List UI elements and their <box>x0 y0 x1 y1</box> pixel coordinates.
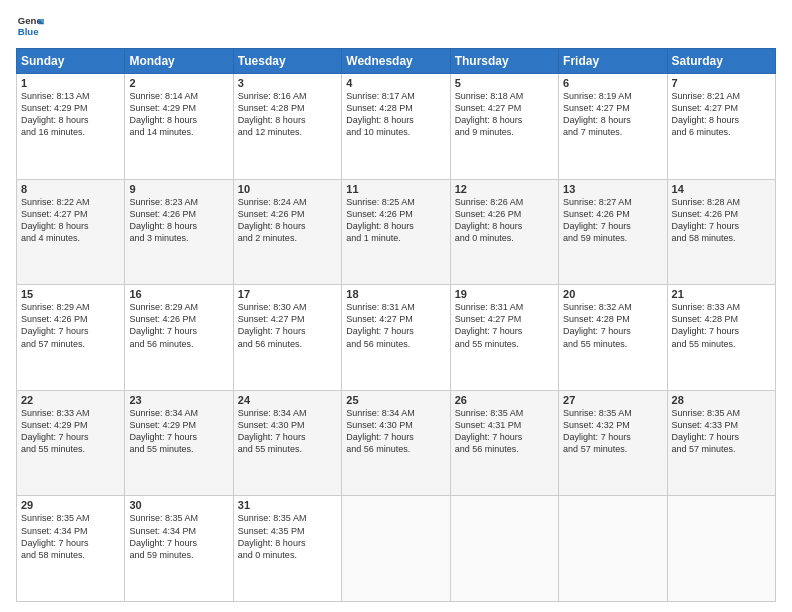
day-number: 17 <box>238 288 337 300</box>
day-info: Sunrise: 8:26 AM Sunset: 4:26 PM Dayligh… <box>455 196 554 245</box>
day-info: Sunrise: 8:21 AM Sunset: 4:27 PM Dayligh… <box>672 90 771 139</box>
day-number: 10 <box>238 183 337 195</box>
day-cell-12: 12Sunrise: 8:26 AM Sunset: 4:26 PM Dayli… <box>450 179 558 285</box>
day-number: 1 <box>21 77 120 89</box>
day-cell-27: 27Sunrise: 8:35 AM Sunset: 4:32 PM Dayli… <box>559 390 667 496</box>
day-info: Sunrise: 8:28 AM Sunset: 4:26 PM Dayligh… <box>672 196 771 245</box>
day-cell-19: 19Sunrise: 8:31 AM Sunset: 4:27 PM Dayli… <box>450 285 558 391</box>
day-cell-25: 25Sunrise: 8:34 AM Sunset: 4:30 PM Dayli… <box>342 390 450 496</box>
day-cell-6: 6Sunrise: 8:19 AM Sunset: 4:27 PM Daylig… <box>559 74 667 180</box>
header: General Blue <box>16 12 776 40</box>
day-info: Sunrise: 8:33 AM Sunset: 4:28 PM Dayligh… <box>672 301 771 350</box>
day-cell-30: 30Sunrise: 8:35 AM Sunset: 4:34 PM Dayli… <box>125 496 233 602</box>
day-number: 9 <box>129 183 228 195</box>
day-number: 27 <box>563 394 662 406</box>
day-number: 2 <box>129 77 228 89</box>
day-cell-10: 10Sunrise: 8:24 AM Sunset: 4:26 PM Dayli… <box>233 179 341 285</box>
day-info: Sunrise: 8:19 AM Sunset: 4:27 PM Dayligh… <box>563 90 662 139</box>
day-number: 30 <box>129 499 228 511</box>
day-info: Sunrise: 8:29 AM Sunset: 4:26 PM Dayligh… <box>21 301 120 350</box>
calendar-table: SundayMondayTuesdayWednesdayThursdayFrid… <box>16 48 776 602</box>
day-number: 20 <box>563 288 662 300</box>
day-cell-4: 4Sunrise: 8:17 AM Sunset: 4:28 PM Daylig… <box>342 74 450 180</box>
day-cell-31: 31Sunrise: 8:35 AM Sunset: 4:35 PM Dayli… <box>233 496 341 602</box>
empty-cell <box>342 496 450 602</box>
day-info: Sunrise: 8:34 AM Sunset: 4:29 PM Dayligh… <box>129 407 228 456</box>
day-cell-23: 23Sunrise: 8:34 AM Sunset: 4:29 PM Dayli… <box>125 390 233 496</box>
day-number: 19 <box>455 288 554 300</box>
day-info: Sunrise: 8:23 AM Sunset: 4:26 PM Dayligh… <box>129 196 228 245</box>
day-cell-1: 1Sunrise: 8:13 AM Sunset: 4:29 PM Daylig… <box>17 74 125 180</box>
day-cell-11: 11Sunrise: 8:25 AM Sunset: 4:26 PM Dayli… <box>342 179 450 285</box>
day-header-wednesday: Wednesday <box>342 49 450 74</box>
day-number: 12 <box>455 183 554 195</box>
day-number: 26 <box>455 394 554 406</box>
day-info: Sunrise: 8:27 AM Sunset: 4:26 PM Dayligh… <box>563 196 662 245</box>
day-info: Sunrise: 8:17 AM Sunset: 4:28 PM Dayligh… <box>346 90 445 139</box>
week-row-2: 8Sunrise: 8:22 AM Sunset: 4:27 PM Daylig… <box>17 179 776 285</box>
empty-cell <box>450 496 558 602</box>
day-info: Sunrise: 8:34 AM Sunset: 4:30 PM Dayligh… <box>238 407 337 456</box>
svg-text:Blue: Blue <box>18 26 39 37</box>
day-cell-13: 13Sunrise: 8:27 AM Sunset: 4:26 PM Dayli… <box>559 179 667 285</box>
week-row-5: 29Sunrise: 8:35 AM Sunset: 4:34 PM Dayli… <box>17 496 776 602</box>
day-cell-22: 22Sunrise: 8:33 AM Sunset: 4:29 PM Dayli… <box>17 390 125 496</box>
day-info: Sunrise: 8:35 AM Sunset: 4:34 PM Dayligh… <box>21 512 120 561</box>
day-info: Sunrise: 8:31 AM Sunset: 4:27 PM Dayligh… <box>346 301 445 350</box>
day-cell-29: 29Sunrise: 8:35 AM Sunset: 4:34 PM Dayli… <box>17 496 125 602</box>
day-header-friday: Friday <box>559 49 667 74</box>
empty-cell <box>667 496 775 602</box>
day-info: Sunrise: 8:24 AM Sunset: 4:26 PM Dayligh… <box>238 196 337 245</box>
day-header-tuesday: Tuesday <box>233 49 341 74</box>
day-cell-16: 16Sunrise: 8:29 AM Sunset: 4:26 PM Dayli… <box>125 285 233 391</box>
day-info: Sunrise: 8:13 AM Sunset: 4:29 PM Dayligh… <box>21 90 120 139</box>
day-header-sunday: Sunday <box>17 49 125 74</box>
day-info: Sunrise: 8:25 AM Sunset: 4:26 PM Dayligh… <box>346 196 445 245</box>
day-header-monday: Monday <box>125 49 233 74</box>
day-cell-2: 2Sunrise: 8:14 AM Sunset: 4:29 PM Daylig… <box>125 74 233 180</box>
day-number: 24 <box>238 394 337 406</box>
day-info: Sunrise: 8:35 AM Sunset: 4:35 PM Dayligh… <box>238 512 337 561</box>
day-number: 6 <box>563 77 662 89</box>
day-number: 16 <box>129 288 228 300</box>
day-number: 29 <box>21 499 120 511</box>
day-cell-8: 8Sunrise: 8:22 AM Sunset: 4:27 PM Daylig… <box>17 179 125 285</box>
day-number: 13 <box>563 183 662 195</box>
day-cell-26: 26Sunrise: 8:35 AM Sunset: 4:31 PM Dayli… <box>450 390 558 496</box>
day-cell-5: 5Sunrise: 8:18 AM Sunset: 4:27 PM Daylig… <box>450 74 558 180</box>
day-cell-14: 14Sunrise: 8:28 AM Sunset: 4:26 PM Dayli… <box>667 179 775 285</box>
day-number: 25 <box>346 394 445 406</box>
day-info: Sunrise: 8:32 AM Sunset: 4:28 PM Dayligh… <box>563 301 662 350</box>
week-row-3: 15Sunrise: 8:29 AM Sunset: 4:26 PM Dayli… <box>17 285 776 391</box>
day-info: Sunrise: 8:35 AM Sunset: 4:34 PM Dayligh… <box>129 512 228 561</box>
day-info: Sunrise: 8:30 AM Sunset: 4:27 PM Dayligh… <box>238 301 337 350</box>
day-cell-24: 24Sunrise: 8:34 AM Sunset: 4:30 PM Dayli… <box>233 390 341 496</box>
day-number: 22 <box>21 394 120 406</box>
day-cell-3: 3Sunrise: 8:16 AM Sunset: 4:28 PM Daylig… <box>233 74 341 180</box>
empty-cell <box>559 496 667 602</box>
day-header-saturday: Saturday <box>667 49 775 74</box>
week-row-1: 1Sunrise: 8:13 AM Sunset: 4:29 PM Daylig… <box>17 74 776 180</box>
day-number: 5 <box>455 77 554 89</box>
day-cell-21: 21Sunrise: 8:33 AM Sunset: 4:28 PM Dayli… <box>667 285 775 391</box>
day-number: 14 <box>672 183 771 195</box>
logo: General Blue <box>16 12 48 40</box>
day-info: Sunrise: 8:34 AM Sunset: 4:30 PM Dayligh… <box>346 407 445 456</box>
day-number: 31 <box>238 499 337 511</box>
day-info: Sunrise: 8:33 AM Sunset: 4:29 PM Dayligh… <box>21 407 120 456</box>
day-cell-15: 15Sunrise: 8:29 AM Sunset: 4:26 PM Dayli… <box>17 285 125 391</box>
day-info: Sunrise: 8:29 AM Sunset: 4:26 PM Dayligh… <box>129 301 228 350</box>
day-info: Sunrise: 8:35 AM Sunset: 4:31 PM Dayligh… <box>455 407 554 456</box>
week-row-4: 22Sunrise: 8:33 AM Sunset: 4:29 PM Dayli… <box>17 390 776 496</box>
day-info: Sunrise: 8:14 AM Sunset: 4:29 PM Dayligh… <box>129 90 228 139</box>
logo-icon: General Blue <box>16 12 44 40</box>
day-cell-28: 28Sunrise: 8:35 AM Sunset: 4:33 PM Dayli… <box>667 390 775 496</box>
day-cell-18: 18Sunrise: 8:31 AM Sunset: 4:27 PM Dayli… <box>342 285 450 391</box>
day-number: 7 <box>672 77 771 89</box>
day-number: 21 <box>672 288 771 300</box>
day-info: Sunrise: 8:35 AM Sunset: 4:33 PM Dayligh… <box>672 407 771 456</box>
day-cell-7: 7Sunrise: 8:21 AM Sunset: 4:27 PM Daylig… <box>667 74 775 180</box>
day-number: 18 <box>346 288 445 300</box>
day-info: Sunrise: 8:22 AM Sunset: 4:27 PM Dayligh… <box>21 196 120 245</box>
day-number: 23 <box>129 394 228 406</box>
